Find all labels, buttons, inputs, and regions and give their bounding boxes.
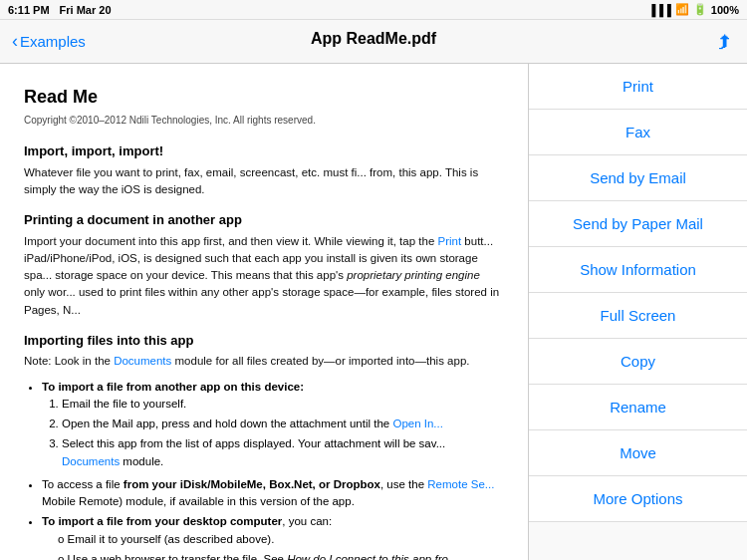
main-area: Read Me Copyright ©2010–2012 Ndili Techn… [0, 64, 747, 560]
section-heading-1: Printing a document in another app [24, 210, 504, 230]
status-bar: 6:11 PM Fri Mar 20 ▐▐▐ 📶 🔋 100% [0, 0, 747, 20]
list-item-0: To import a file from another app on thi… [42, 379, 504, 470]
battery-icon: 🔋 [693, 3, 707, 16]
menu-item-full-screen[interactable]: Full Screen [529, 293, 747, 339]
menu-item-show-information[interactable]: Show Information [529, 247, 747, 293]
list-item-1: To access a file from your iDisk/MobileM… [42, 476, 504, 511]
page-title: App ReadMe.pdf [311, 30, 436, 48]
menu-item-send-by-paper-mail[interactable]: Send by Paper Mail [529, 201, 747, 247]
cellular-icon: ▐▐▐ [647, 4, 670, 16]
pdf-title: Read Me [24, 84, 504, 111]
menu-item-send-by-email[interactable]: Send by Email [529, 155, 747, 201]
chevron-left-icon: ‹ [12, 31, 18, 52]
section-body-1: Import your document into this app first… [24, 233, 504, 319]
menu-item-move[interactable]: Move [529, 430, 747, 476]
sublist-0-item-1: Open the Mail app, press and hold down t… [62, 416, 504, 432]
sublist-0-item-2: Select this app from the list of apps di… [62, 435, 504, 470]
status-right: ▐▐▐ 📶 🔋 100% [647, 3, 739, 16]
menu-item-more-options[interactable]: More Options [529, 476, 747, 522]
sublist-0: Email the file to yourself. Open the Mai… [62, 396, 504, 470]
list-item-2: To import a file from your desktop compu… [42, 513, 504, 560]
section-body-0: Whatever file you want to print, fax, em… [24, 164, 504, 199]
menu-item-print[interactable]: Print [529, 64, 747, 110]
menu-item-fax[interactable]: Fax [529, 110, 747, 155]
time: 6:11 PM [8, 4, 50, 16]
battery-percent: 100% [711, 4, 739, 16]
share-button[interactable]: ⮭ [715, 30, 735, 53]
menu-item-rename[interactable]: Rename [529, 385, 747, 430]
back-button[interactable]: ‹ Examples [12, 31, 86, 52]
sublist-0-item-0: Email the file to yourself. [62, 396, 504, 413]
back-label: Examples [20, 33, 86, 50]
pdf-copyright: Copyright ©2010–2012 Ndili Technologies,… [24, 113, 504, 128]
share-icon: ⮭ [715, 30, 735, 52]
dropdown-menu: Print Fax Send by Email Send by Paper Ma… [528, 64, 747, 560]
section-heading-2: Importing files into this app [24, 331, 504, 351]
section-heading-0: Import, import, import! [24, 141, 504, 161]
menu-item-copy[interactable]: Copy [529, 339, 747, 385]
sublist-2: Email it to yourself (as described above… [58, 531, 504, 561]
sublist-2-item-1: Use a web browser to transfer the file. … [58, 551, 504, 560]
wifi-icon: 📶 [675, 3, 689, 16]
pdf-content: Read Me Copyright ©2010–2012 Ndili Techn… [0, 64, 528, 560]
status-left: 6:11 PM Fri Mar 20 [8, 4, 112, 16]
sublist-2-item-0: Email it to yourself (as described above… [58, 531, 504, 548]
nav-bar: ‹ Examples App ReadMe.pdf ⮭ [0, 20, 747, 64]
date: Fri Mar 20 [60, 4, 112, 16]
import-list: To import a file from another app on thi… [42, 379, 504, 561]
section-note-2: Note: Look in the Documents module for a… [24, 353, 504, 370]
